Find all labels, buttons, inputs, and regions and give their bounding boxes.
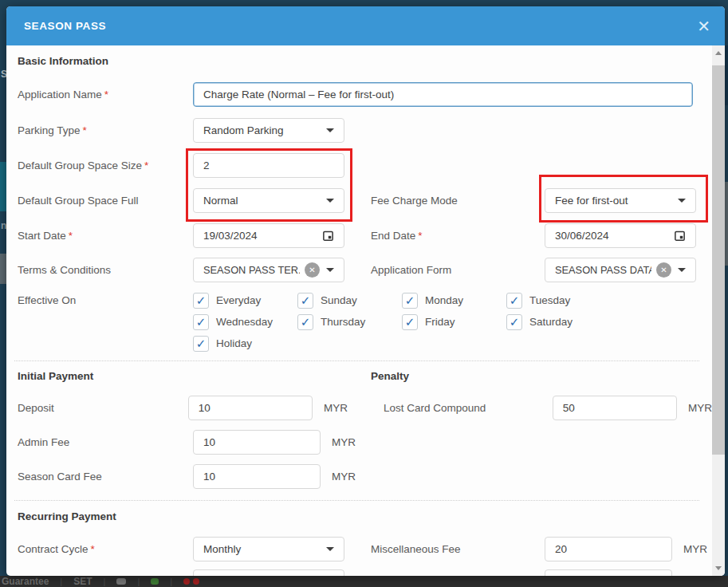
start-date-input[interactable]: 19/03/2024: [193, 223, 344, 248]
clipped-next-row: [193, 569, 712, 576]
check-icon: ✓: [510, 294, 520, 306]
checkbox-saturday[interactable]: ✓Saturday: [506, 311, 611, 333]
group-space-full-row: Default Group Space Full Normal Fee Char…: [18, 183, 712, 218]
deposit-row: Deposit 10 MYR Lost Card Compound 50 MYR: [18, 390, 712, 425]
checkbox-box: ✓: [402, 293, 418, 309]
checkbox-thursday[interactable]: ✓Thursday: [297, 311, 402, 333]
group-space-full-select[interactable]: Normal: [193, 188, 344, 213]
season-card-fee-input[interactable]: 10: [193, 464, 321, 489]
background-sidebar-block: [0, 162, 6, 211]
close-icon[interactable]: ✕: [697, 18, 710, 34]
group-space-size-label: Default Group Space Size*: [18, 160, 193, 171]
clear-icon[interactable]: ✕: [305, 262, 320, 278]
separator: |: [137, 577, 140, 586]
deposit-currency: MYR: [324, 402, 348, 414]
required-asterisk: *: [104, 89, 108, 100]
season-pass-form: Basic Information Application Name* Char…: [6, 45, 712, 576]
calendar-icon[interactable]: [322, 230, 334, 242]
clipped-field[interactable]: [193, 569, 344, 576]
application-form-label: Application Form: [371, 264, 545, 276]
parking-type-label: Parking Type*: [18, 124, 193, 136]
fee-charge-mode-label: Fee Charge Mode: [371, 195, 545, 207]
group-space-size-input[interactable]: 2: [193, 153, 344, 178]
lost-card-compound-label: Lost Card Compound: [384, 402, 553, 414]
deposit-input[interactable]: 10: [188, 396, 313, 420]
section-heading-penalty: Penalty: [371, 370, 409, 382]
miscellaneous-fee-currency: MYR: [683, 543, 707, 555]
admin-fee-label: Admin Fee: [18, 436, 193, 448]
check-icon: ✓: [196, 294, 207, 306]
end-date-label: End Date*: [371, 230, 545, 242]
separator: |: [104, 577, 106, 586]
miscellaneous-fee-input[interactable]: 20: [545, 537, 672, 561]
checkbox-box: ✓: [193, 314, 209, 330]
application-form-select[interactable]: SEASON PASS DATA ✕: [545, 258, 696, 282]
end-date-input[interactable]: 30/06/2024: [545, 223, 696, 248]
documents-row: Terms & Conditions SEASON PASS TER... ✕ …: [18, 253, 712, 286]
calendar-icon[interactable]: [674, 230, 686, 242]
parking-type-row: Parking Type* Random Parking: [18, 112, 712, 148]
separator: |: [60, 577, 62, 586]
check-icon: ✓: [301, 316, 311, 328]
checkbox-friday[interactable]: ✓Friday: [402, 311, 506, 333]
scroll-down-icon[interactable]: [715, 566, 722, 570]
scroll-up-icon[interactable]: [715, 51, 722, 55]
background-text: SET: [73, 576, 92, 587]
checkbox-tuesday[interactable]: ✓Tuesday: [506, 290, 611, 311]
check-icon: ✓: [301, 294, 311, 306]
chevron-down-icon: [326, 199, 334, 203]
basket-icon: [116, 578, 126, 585]
checkbox-box: ✓: [297, 314, 313, 330]
fee-charge-mode-select[interactable]: Fee for first-out: [545, 188, 696, 213]
application-name-label: Application Name*: [18, 89, 193, 100]
chevron-down-icon: [326, 268, 334, 272]
chevron-down-icon: [678, 268, 686, 272]
payment-headings-row: Initial Payment Penalty: [18, 361, 712, 390]
contract-cycle-label: Contract Cycle*: [18, 543, 193, 555]
lost-card-compound-input[interactable]: 50: [553, 396, 677, 420]
modal-body: Basic Information Application Name* Char…: [6, 45, 725, 576]
background-sidebar-block: [0, 254, 6, 284]
checkbox-box: ✓: [506, 314, 522, 330]
clipped-field[interactable]: [545, 569, 672, 576]
admin-fee-input[interactable]: 10: [193, 430, 321, 455]
effective-on-day-grid: ✓Everyday ✓Sunday ✓Monday ✓Tuesday ✓Wedn…: [193, 290, 611, 354]
scrollbar-thumb[interactable]: [712, 65, 725, 455]
required-asterisk: *: [144, 160, 148, 171]
clear-icon[interactable]: ✕: [656, 262, 671, 278]
check-icon: ✓: [196, 316, 207, 328]
group-space-size-row: Default Group Space Size* 2: [18, 148, 712, 183]
start-date-label: Start Date*: [18, 230, 193, 242]
checkbox-box: ✓: [506, 293, 522, 309]
parking-type-select[interactable]: Random Parking: [193, 118, 344, 143]
checkbox-sunday[interactable]: ✓Sunday: [297, 290, 402, 311]
required-asterisk: *: [83, 124, 87, 136]
checkbox-wednesday[interactable]: ✓Wednesday: [193, 311, 297, 333]
season-card-fee-row: Season Card Fee 10 MYR: [18, 459, 712, 494]
effective-on-label: Effective On: [18, 290, 193, 306]
checkbox-holiday[interactable]: ✓Holiday: [193, 333, 297, 354]
required-asterisk: *: [418, 230, 422, 242]
date-row: Start Date* 19/03/2024 End Date* 30/06/2…: [18, 218, 712, 253]
modal-scrollbar[interactable]: [712, 45, 725, 576]
section-heading-initial-payment: Initial Payment: [18, 370, 371, 382]
heart-icon: [193, 578, 199, 585]
chevron-down-icon: [326, 547, 334, 551]
season-card-fee-label: Season Card Fee: [18, 471, 193, 483]
admin-fee-currency: MYR: [332, 436, 356, 448]
chevron-down-icon: [326, 128, 334, 132]
plant-icon: [151, 578, 159, 585]
contract-cycle-select[interactable]: Monthly: [193, 537, 344, 561]
miscellaneous-fee-label: Miscellaneous Fee: [371, 543, 545, 555]
effective-on-row: Effective On ✓Everyday ✓Sunday ✓Monday ✓…: [18, 286, 712, 354]
section-heading-basic-information: Basic Information: [18, 55, 712, 76]
checkbox-monday[interactable]: ✓Monday: [402, 290, 506, 311]
deposit-label: Deposit: [18, 402, 188, 414]
check-icon: ✓: [405, 294, 415, 306]
application-name-input[interactable]: Charge Rate (Normal – Fee for first-out): [193, 82, 693, 107]
required-asterisk: *: [69, 230, 73, 242]
checkbox-box: ✓: [193, 293, 209, 309]
terms-conditions-select[interactable]: SEASON PASS TER... ✕: [193, 258, 344, 282]
checkbox-everyday[interactable]: ✓Everyday: [193, 290, 297, 311]
background-edge-block: [725, 182, 728, 266]
